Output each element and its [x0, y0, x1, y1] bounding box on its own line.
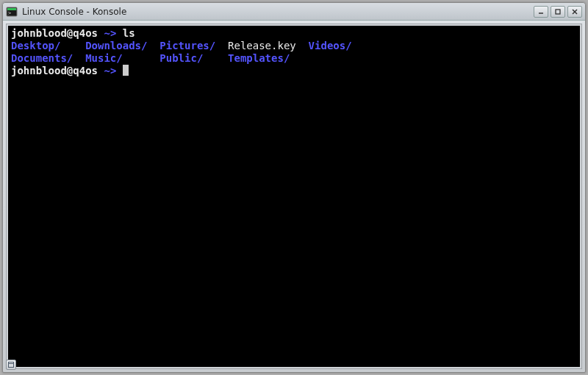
terminal-icon: >: [6, 6, 18, 18]
cursor: [123, 65, 129, 76]
ls-item: Pictures/: [159, 40, 215, 51]
prompt-cmd: ls: [123, 27, 135, 39]
svg-rect-7: [9, 362, 14, 368]
ls-item: Desktop/: [11, 40, 60, 51]
ls-item: Downloads/: [85, 40, 147, 51]
prompt-path: ~>: [104, 65, 116, 76]
prompt-userhost: johnblood@q4os: [11, 65, 98, 76]
maximize-button[interactable]: [551, 6, 565, 18]
minimize-button[interactable]: [534, 6, 548, 18]
ls-item: Videos/: [309, 40, 352, 51]
window-title: Linux Console - Konsole: [22, 7, 534, 17]
prompt-userhost: johnblood@q4os: [11, 27, 98, 39]
new-tab-button[interactable]: [6, 360, 16, 370]
prompt-path: ~>: [104, 27, 116, 39]
ls-item: Public/: [159, 52, 203, 64]
svg-rect-4: [556, 10, 560, 14]
terminal-frame: johnblood@q4os ~> lsDesktop/ Downloads/ …: [6, 24, 582, 369]
window-frame: > Linux Console - Konsole johnblood@q4os…: [2, 2, 586, 373]
ls-item: Music/: [85, 52, 123, 64]
ls-item: Templates/: [228, 52, 290, 64]
ls-item: Documents/: [11, 52, 73, 64]
ls-item: Release.key: [228, 40, 296, 51]
window-body: johnblood@q4os ~> lsDesktop/ Downloads/ …: [3, 21, 585, 372]
window-controls: [534, 6, 582, 18]
titlebar[interactable]: > Linux Console - Konsole: [3, 3, 585, 21]
svg-text:>: >: [8, 10, 11, 16]
close-button[interactable]: [567, 6, 582, 18]
terminal[interactable]: johnblood@q4os ~> lsDesktop/ Downloads/ …: [8, 26, 580, 367]
